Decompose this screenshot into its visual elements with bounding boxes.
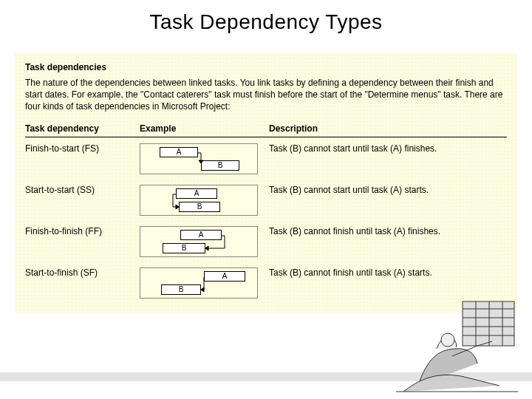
content-panel: Task dependencies The nature of the depe… — [15, 53, 517, 313]
section-heading: Task dependencies — [25, 62, 507, 72]
svg-point-8 — [441, 333, 454, 347]
gantt-diagram-ss: A B — [140, 185, 258, 216]
table-row: Finish-to-finish (FF) A B Task (B) canno… — [25, 220, 507, 262]
gantt-diagram-ff: A B — [140, 226, 258, 257]
link-arrow-icon — [140, 185, 259, 216]
dep-name: Finish-to-start (FS) — [25, 137, 140, 179]
dep-example: A B — [140, 262, 269, 303]
page-title: Task Dependency Types — [0, 10, 532, 34]
intro-text: The nature of the dependencies between l… — [25, 77, 507, 113]
link-arrow-icon — [140, 268, 259, 299]
gantt-diagram-sf: A B — [140, 267, 258, 299]
link-arrow-icon — [140, 227, 259, 258]
dependency-table: Task dependency Example Description Fini… — [25, 120, 507, 303]
col-header-description: Description — [269, 120, 507, 137]
dep-example: A B — [140, 137, 269, 179]
table-row: Start-to-start (SS) A B Task (B) cannot … — [25, 179, 507, 220]
decorative-illustration — [389, 297, 522, 393]
dep-description: Task (B) cannot start until task (A) fin… — [269, 137, 507, 179]
dep-name: Start-to-finish (SF) — [25, 262, 140, 303]
link-arrow-icon — [140, 144, 259, 175]
dep-description: Task (B) cannot start until task (A) sta… — [269, 179, 507, 220]
dep-example: A B — [140, 220, 269, 262]
col-header-example: Example — [140, 120, 269, 137]
gantt-diagram-fs: A B — [140, 143, 258, 174]
col-header-dependency: Task dependency — [25, 120, 140, 137]
dep-example: A B — [140, 179, 269, 220]
table-row: Finish-to-start (FS) A B Task (B) cannot… — [25, 137, 507, 179]
dep-name: Finish-to-finish (FF) — [25, 220, 140, 262]
dep-description: Task (B) cannot finish until task (A) fi… — [269, 220, 507, 262]
svg-rect-0 — [463, 301, 514, 346]
dep-name: Start-to-start (SS) — [25, 179, 140, 220]
